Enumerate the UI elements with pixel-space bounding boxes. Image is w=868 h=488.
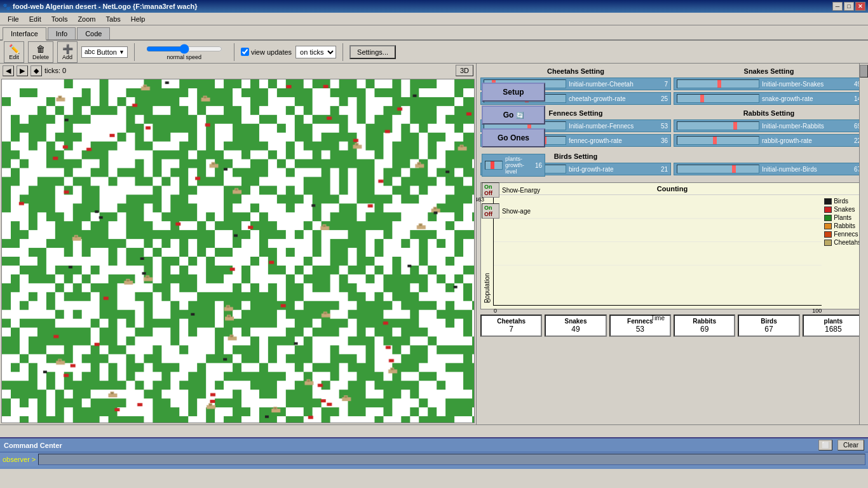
edit-button[interactable]: ✏️ Edit [4, 41, 24, 63]
count-value: 69 [677, 325, 731, 334]
cheetah-growth-label: cheetah-growth-rate [566, 95, 653, 102]
bird-initial-track[interactable] [677, 165, 759, 173]
show-age-label: Show-age [502, 208, 531, 215]
setup-button[interactable]: Setup [482, 83, 545, 102]
legend-label: Fennecs [834, 231, 858, 238]
legend-item: Snakes [824, 206, 861, 213]
legend-color [824, 223, 832, 229]
legend-label: Birds [834, 198, 848, 205]
button-type-label: Button [97, 48, 117, 56]
chart-x-max: 100 [812, 308, 822, 314]
menu-tools[interactable]: Tools [46, 14, 73, 24]
snake-initial-label: Initial-number-Snakes [759, 81, 846, 88]
view-updates-area: view updates [241, 48, 292, 56]
add-button[interactable]: ➕ Add [57, 41, 78, 63]
fennec-growth-label: fennec-growth-rate [566, 137, 653, 144]
rabbit-initial-label: Initial-number-Rabbits [759, 123, 846, 130]
sim-nav-right[interactable]: ▶ [17, 65, 28, 76]
world-canvas [2, 79, 474, 423]
speed-slider[interactable] [146, 44, 222, 54]
rabbit-growth-track[interactable] [677, 136, 759, 145]
go-ones-button[interactable]: Go Ones [482, 128, 545, 147]
cheetahs-title: Cheetahs Setting [480, 67, 671, 75]
3d-button[interactable]: 3D [456, 65, 473, 76]
menu-help[interactable]: Help [126, 14, 151, 24]
count-label: Snakes [548, 318, 602, 325]
command-center: Command Center ⬜ Clear observer > [0, 437, 868, 469]
right-scrollbar[interactable] [859, 64, 868, 424]
snake-growth-label: snake-growth-rate [759, 95, 846, 102]
view-updates-checkbox[interactable] [241, 48, 249, 56]
maximize-button[interactable]: □ [844, 2, 854, 11]
view-updates-label: view updates [251, 48, 292, 56]
command-center-title: Command Center [4, 442, 62, 449]
snake-initial-track[interactable] [677, 79, 759, 88]
button-type-arrow[interactable]: ▼ [119, 49, 125, 55]
menu-bar: File Edit Tools Zoom Tabs Help [0, 13, 868, 25]
bird-initial-thumb[interactable] [732, 165, 736, 173]
count-box: Birds67 [738, 315, 799, 337]
plants-growth-value: 16 [527, 162, 542, 169]
app-icon: 🐾 [3, 3, 10, 10]
rabbit-initial-thumb[interactable] [733, 122, 737, 130]
legend-item: Fennecs [824, 231, 861, 238]
legend-color [824, 231, 832, 238]
ticks-display: ticks: 0 [44, 67, 453, 74]
show-energy-toggle[interactable]: On Off [482, 182, 499, 198]
scrollbar-thumb[interactable] [860, 65, 868, 78]
command-icon-btn-1[interactable]: ⬜ [818, 440, 832, 451]
command-input[interactable] [38, 454, 865, 465]
tab-interface[interactable]: Interface [3, 27, 46, 41]
show-age-toggle[interactable]: On Off [482, 203, 499, 219]
edit-icon: ✏️ [9, 44, 20, 54]
command-input-row: observer > [0, 452, 868, 466]
plants-growth-thumb[interactable] [491, 161, 494, 169]
sim-nav-left[interactable]: ◀ [3, 65, 14, 76]
window-title: food-web Algerian desert - NetLogo {F:\m… [13, 3, 832, 10]
birds-initial-section: x Initial-number-Birds 67 [674, 152, 864, 177]
count-label: Birds [742, 318, 796, 325]
snake-initial-thumb[interactable] [717, 80, 721, 88]
legend-label: Rabbits [834, 222, 855, 229]
clear-button[interactable]: Clear [837, 440, 864, 451]
tab-info[interactable]: Info [48, 27, 76, 39]
settings-button[interactable]: Settings... [349, 45, 396, 59]
menu-zoom[interactable]: Zoom [72, 14, 100, 24]
close-button[interactable]: ✕ [855, 2, 865, 11]
legend-item: Cheetahs [824, 239, 861, 246]
snake-growth-thumb[interactable] [700, 95, 704, 102]
plants-growth-track[interactable] [485, 161, 503, 170]
on-ticks-select[interactable]: on ticks [295, 46, 336, 58]
delete-button[interactable]: 🗑 Delete [28, 41, 53, 63]
count-label: plants [806, 318, 860, 325]
menu-edit[interactable]: Edit [24, 14, 46, 24]
go-button[interactable]: Go 🔄 [482, 105, 545, 125]
legend-color [824, 198, 832, 205]
show-age-row: On Off Show-age [482, 203, 545, 219]
rabbit-growth-thumb[interactable] [713, 137, 717, 144]
menu-tabs[interactable]: Tabs [101, 14, 126, 24]
sim-nav-diamond[interactable]: ◆ [31, 65, 42, 76]
tab-code[interactable]: Code [77, 27, 110, 39]
command-header-buttons: ⬜ Clear [817, 440, 864, 451]
status-bar [0, 424, 868, 437]
snake-initial-slider-row: Initial-number-Snakes 49 [674, 78, 864, 90]
tab-bar: Interface Info Code [0, 25, 868, 41]
cheetah-initial-label: Initial-number-Cheetah [566, 81, 653, 88]
button-type-selector[interactable]: abc Button ▼ [81, 46, 128, 58]
chart-legend: BirdsSnakesPlantsRabbitsFennecsCheetahs [822, 195, 864, 306]
sim-header: ◀ ▶ ◆ ticks: 0 3D [0, 64, 476, 78]
simulation-canvas [1, 79, 475, 423]
sim-controls: Setup Go 🔄 Go Ones plants-growth-level 1… [482, 83, 545, 220]
rabbit-initial-track[interactable] [677, 121, 759, 130]
minimize-button[interactable]: ─ [832, 2, 843, 11]
speed-label: normal speed [167, 54, 202, 60]
edit-label: Edit [9, 54, 19, 60]
menu-file[interactable]: File [3, 14, 24, 24]
rabbits-title: Rabbits Setting [674, 109, 864, 117]
add-icon: ➕ [62, 44, 73, 54]
button-type-icon: abc [85, 48, 95, 55]
go-icon: 🔄 [516, 112, 524, 119]
count-label: Cheetahs [484, 318, 538, 325]
snake-growth-track[interactable] [677, 94, 759, 103]
